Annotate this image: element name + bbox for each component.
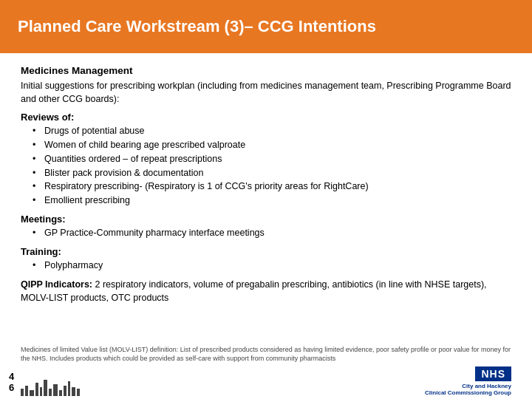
qipp-label: QIPP Indicators:	[21, 279, 92, 290]
slide-title: Planned Care Workstream (3)– CCG Intenti…	[18, 17, 376, 36]
qipp-text: QIPP Indicators: 2 respiratory indicator…	[21, 278, 511, 304]
training-list: Polypharmacy	[33, 259, 511, 273]
building	[64, 386, 66, 396]
page-number-6: 6	[9, 382, 14, 393]
footer-area: Medicines of limited Value list (MOLV-LI…	[0, 341, 532, 399]
section-heading: Medicines Management	[21, 65, 511, 76]
nhs-badge: NHS	[475, 366, 511, 381]
training-label: Training:	[21, 246, 511, 257]
building	[49, 389, 52, 396]
reviews-list: Drugs of potential abuse Women of child …	[33, 124, 511, 208]
building	[44, 380, 47, 396]
building	[40, 387, 42, 396]
building	[35, 383, 38, 396]
building	[72, 387, 75, 396]
page-numbers: 4 6	[9, 371, 14, 393]
list-item: Quantities ordered – of repeat prescript…	[33, 152, 511, 166]
cityscape-icon	[21, 375, 80, 396]
meetings-list: GP Practice-Community pharmacy interface…	[33, 226, 511, 240]
list-item: Blister pack provision & documentation	[33, 166, 511, 180]
ccg-text: City and HackneyClinical Commissioning G…	[425, 383, 511, 396]
page-number-4: 4	[9, 371, 14, 382]
building	[30, 390, 34, 396]
footer-bottom: NHS City and HackneyClinical Commissioni…	[21, 366, 511, 396]
nhs-logo: NHS City and HackneyClinical Commissioni…	[425, 366, 511, 396]
building	[25, 386, 28, 396]
building	[21, 389, 24, 396]
list-item: GP Practice-Community pharmacy interface…	[33, 226, 511, 240]
slide-wrapper: Planned Care Workstream (3)– CCG Intenti…	[0, 0, 532, 399]
list-item: Drugs of potential abuse	[33, 124, 511, 138]
content-area: Medicines Management Initial suggestions…	[0, 53, 532, 341]
building	[53, 384, 58, 396]
meetings-label: Meetings:	[21, 214, 511, 225]
disclaimer-text: Medicines of limited Value list (MOLV-LI…	[21, 345, 511, 364]
intro-text: Initial suggestions for prescribing work…	[21, 79, 511, 106]
list-item: Respiratory prescribing- (Respiratory is…	[33, 180, 511, 194]
building	[77, 389, 80, 396]
list-item: Women of child bearing age prescribed va…	[33, 138, 511, 152]
building	[59, 390, 62, 396]
list-item: Polypharmacy	[33, 259, 511, 273]
building	[68, 381, 70, 396]
list-item: Emollient prescribing	[33, 194, 511, 208]
header-bar: Planned Care Workstream (3)– CCG Intenti…	[0, 0, 532, 53]
reviews-label: Reviews of:	[21, 112, 511, 123]
